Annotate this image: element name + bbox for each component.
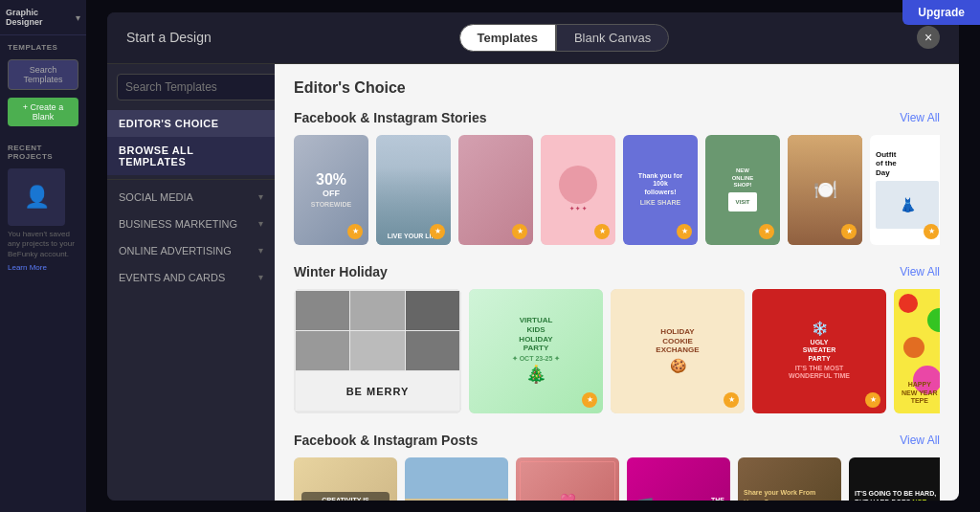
premium-badge: ★ xyxy=(512,224,527,239)
premium-badge: ★ xyxy=(582,392,597,408)
sidebar-editors-choice[interactable]: EDITOR'S CHOICE xyxy=(107,110,275,137)
upgrade-button[interactable]: Upgrade xyxy=(902,0,980,25)
social-media-chevron-icon: ▾ xyxy=(258,191,263,202)
stories-section: Facebook & Instagram Stories View All 30… xyxy=(294,110,940,245)
sidebar-events-and-cards[interactable]: EVENTS AND CARDS ▾ xyxy=(107,264,275,291)
template-card[interactable]: THEGROOVE LIVE TONIGHT 🎵 ★ xyxy=(627,457,730,501)
recent-placeholder: 👤 xyxy=(8,168,65,226)
app-title: Graphic Designer xyxy=(6,8,76,27)
holiday-section-title: Winter Holiday xyxy=(294,264,388,279)
online-advertising-chevron-icon: ▾ xyxy=(258,245,263,256)
premium-badge: ★ xyxy=(677,224,692,239)
posts-grid: CREATIVITY IS INTELLIGENCE HAVING FUN ★ … xyxy=(294,457,940,501)
holiday-grid: BE MERRY VIRTUALKIDSHOLIDAYPARTY ✦ OCT 2… xyxy=(294,289,940,413)
template-card[interactable]: Thank you for100kfollowers! LIKE SHARE ★ xyxy=(623,135,698,245)
sidebar-social-media[interactable]: SOCIAL MEDIA ▾ xyxy=(107,184,275,211)
stories-view-all[interactable]: View All xyxy=(900,111,940,124)
recent-projects-label: RECENT PROJECTS xyxy=(0,136,86,165)
premium-badge: ★ xyxy=(724,392,739,408)
premium-badge: ★ xyxy=(347,224,363,239)
template-card[interactable]: 🍽️ ★ xyxy=(788,135,862,245)
posts-section: Facebook & Instagram Posts View All CREA… xyxy=(294,433,940,501)
app-chevron-icon: ▾ xyxy=(76,12,80,23)
template-card[interactable]: NEWONLINESHOP! VISIT ★ xyxy=(705,135,780,245)
premium-badge: ★ xyxy=(841,224,857,239)
template-card[interactable]: ★ xyxy=(458,135,533,245)
modal-overlay: Graphic Designer ▾ TEMPLATES Search Temp… xyxy=(0,0,980,512)
search-input[interactable] xyxy=(117,74,278,100)
template-card[interactable]: EXPLORE ★ xyxy=(405,457,508,501)
tab-templates[interactable]: Templates xyxy=(459,24,556,52)
templates-label: TEMPLATES xyxy=(0,39,86,56)
template-card[interactable]: VIRTUALKIDSHOLIDAYPARTY ✦ OCT 23-25 ✦ 🎄 … xyxy=(469,289,603,413)
stories-section-header: Facebook & Instagram Stories View All xyxy=(294,110,940,125)
recent-empty-text: You haven't saved any projects to your B… xyxy=(8,230,78,259)
search-box: 🔍 xyxy=(107,64,275,110)
template-card[interactable]: Share your Work From Home Space 🖥️ ★ xyxy=(738,457,841,501)
modal-body: 🔍 EDITOR'S CHOICE BROWSE ALL TEMPLATES S… xyxy=(107,64,959,501)
template-card[interactable]: Outfitof theDay 👗 ★ xyxy=(870,135,940,245)
create-blank-btn[interactable]: + Create a Blank xyxy=(8,98,78,126)
modal-header: Start a Design Templates Blank Canvas × xyxy=(107,12,959,64)
sidebar-online-advertising[interactable]: ONLINE ADVERTISING ▾ xyxy=(107,237,275,264)
premium-badge: ★ xyxy=(759,224,774,239)
main-content: Editor's Choice Facebook & Instagram Sto… xyxy=(275,64,959,501)
events-cards-chevron-icon: ▾ xyxy=(258,272,263,282)
template-card[interactable]: 💑 ★ xyxy=(516,457,619,501)
premium-badge: ★ xyxy=(865,392,880,408)
template-card[interactable]: LIVE YOUR LIFE ★ xyxy=(376,135,451,245)
holiday-section-header: Winter Holiday View All xyxy=(294,264,940,279)
premium-badge: ★ xyxy=(924,224,939,239)
business-marketing-label: BUSINESS MARKETING xyxy=(119,218,237,230)
premium-badge: ★ xyxy=(430,224,445,239)
posts-view-all[interactable]: View All xyxy=(900,434,940,447)
premium-badge: ★ xyxy=(594,224,610,239)
stories-grid: 30% OFF STOREWIDE ★ LIVE YOUR LIFE xyxy=(294,135,940,245)
posts-section-header: Facebook & Instagram Posts View All xyxy=(294,433,940,448)
posts-section-title: Facebook & Instagram Posts xyxy=(294,433,478,448)
online-advertising-label: ONLINE ADVERTISING xyxy=(119,245,232,256)
stories-section-title: Facebook & Instagram Stories xyxy=(294,110,487,125)
learn-more-link[interactable]: Learn More xyxy=(8,263,47,272)
tab-blank-canvas[interactable]: Blank Canvas xyxy=(556,24,669,52)
modal-sidebar: 🔍 EDITOR'S CHOICE BROWSE ALL TEMPLATES S… xyxy=(107,64,275,501)
template-card[interactable]: 30% OFF STOREWIDE ★ xyxy=(294,135,368,245)
sidebar-browse-all[interactable]: BROWSE ALL TEMPLATES xyxy=(107,137,275,175)
events-cards-label: EVENTS AND CARDS xyxy=(119,272,225,283)
social-media-label: SOCIAL MEDIA xyxy=(119,191,193,203)
modal-tabs: Templates Blank Canvas xyxy=(459,24,670,52)
editors-choice-title: Editor's Choice xyxy=(294,79,940,97)
template-card[interactable]: BE MERRY xyxy=(294,289,461,413)
template-card[interactable]: ✦ ✦ ✦ ★ xyxy=(541,135,615,245)
template-card[interactable]: ❄️ UGLYSWEATERPARTY IT'S THE MOSTWONDERF… xyxy=(752,289,886,413)
sidebar-business-marketing[interactable]: BUSINESS MARKETING ▾ xyxy=(107,211,275,237)
start-design-modal: Start a Design Templates Blank Canvas × … xyxy=(107,12,959,501)
search-templates-btn[interactable]: Search Templates xyxy=(8,59,78,90)
business-marketing-chevron-icon: ▾ xyxy=(258,218,263,229)
template-card[interactable]: CREATIVITY IS INTELLIGENCE HAVING FUN ★ xyxy=(294,457,397,501)
holiday-section: Winter Holiday View All xyxy=(294,264,940,413)
modal-title: Start a Design xyxy=(126,30,212,45)
template-card[interactable]: IT'S GOING TO BE HARD, BUT HARD DOES NOT… xyxy=(849,457,940,501)
holiday-view-all[interactable]: View All xyxy=(900,265,940,278)
template-card[interactable]: 👫 HAPPYNEW YEARТЕРЕ xyxy=(894,289,940,413)
close-button[interactable]: × xyxy=(917,26,940,49)
template-card[interactable]: HOLIDAYCOOKIEEXCHANGE 🍪 ★ xyxy=(611,289,745,413)
